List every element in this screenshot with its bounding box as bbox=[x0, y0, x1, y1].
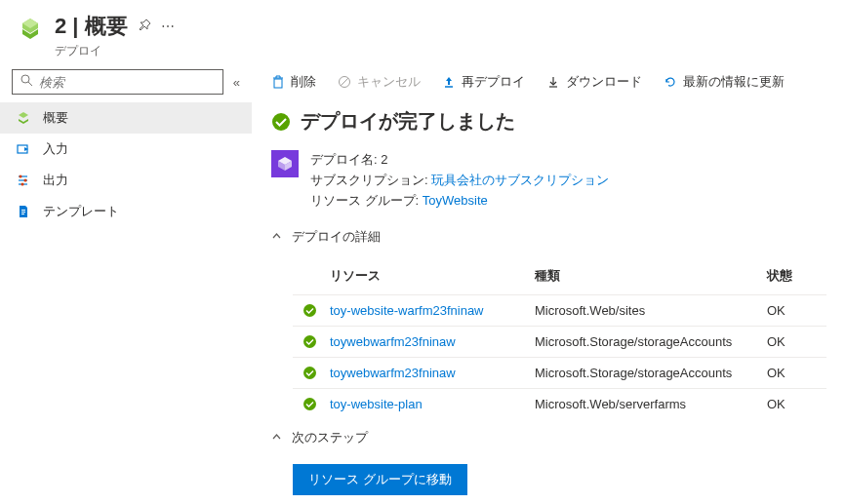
deploy-details-header[interactable]: デプロイの詳細 bbox=[271, 228, 826, 246]
svg-point-8 bbox=[21, 183, 24, 186]
outputs-icon bbox=[16, 173, 31, 188]
sidebar-item-label: 出力 bbox=[43, 172, 68, 189]
delete-button[interactable]: 削除 bbox=[271, 73, 316, 91]
table-row: toy-website-plan Microsoft.Web/serverfar… bbox=[293, 388, 826, 419]
svg-point-22 bbox=[272, 113, 290, 131]
col-header-type: 種類 bbox=[535, 267, 767, 285]
sidebar-item-label: テンプレート bbox=[43, 203, 119, 220]
status-title: デプロイが完了しました bbox=[301, 108, 515, 135]
svg-rect-10 bbox=[21, 212, 25, 213]
success-icon bbox=[302, 334, 317, 349]
more-icon[interactable]: ⋯ bbox=[161, 19, 175, 34]
resource-link[interactable]: toywebwarfm23fninaw bbox=[330, 334, 456, 349]
overview-icon bbox=[16, 110, 31, 126]
svg-point-6 bbox=[20, 175, 22, 178]
collapse-sidebar-icon[interactable]: « bbox=[229, 75, 244, 90]
upload-icon bbox=[442, 75, 456, 89]
table-row: toy-website-warfm23fninaw Microsoft.Web/… bbox=[293, 294, 826, 326]
trash-icon bbox=[271, 75, 285, 89]
svg-point-24 bbox=[303, 335, 316, 348]
col-header-resource: リソース bbox=[330, 267, 535, 285]
sidebar-item-template[interactable]: テンプレート bbox=[0, 196, 252, 227]
resource-link[interactable]: toy-website-warfm23fninaw bbox=[330, 303, 484, 318]
refresh-button[interactable]: 最新の情報に更新 bbox=[664, 73, 785, 91]
success-icon bbox=[302, 397, 317, 411]
pin-icon[interactable] bbox=[138, 19, 151, 35]
svg-rect-12 bbox=[274, 79, 282, 88]
svg-line-1 bbox=[28, 82, 32, 86]
svg-point-23 bbox=[303, 304, 316, 317]
page-title: 2 | 概要 bbox=[55, 12, 128, 41]
next-steps-header[interactable]: 次のステップ bbox=[271, 429, 826, 446]
template-icon bbox=[16, 204, 31, 219]
success-icon bbox=[302, 303, 317, 318]
svg-rect-11 bbox=[21, 213, 24, 214]
success-icon bbox=[302, 366, 317, 380]
cancel-icon bbox=[338, 75, 351, 89]
download-button[interactable]: ダウンロード bbox=[546, 73, 642, 91]
inputs-icon bbox=[16, 141, 31, 157]
sidebar-item-label: 概要 bbox=[43, 109, 68, 127]
search-box[interactable] bbox=[12, 69, 223, 95]
cancel-button: キャンセル bbox=[338, 73, 421, 91]
resource-link[interactable]: toywebwarfm23fninaw bbox=[330, 366, 456, 380]
subscription-link[interactable]: 玩具会社のサブスクリプション bbox=[431, 173, 609, 187]
svg-point-0 bbox=[21, 75, 29, 83]
subscription-row: サブスクリプション: 玩具会社のサブスクリプション bbox=[310, 171, 609, 191]
svg-line-18 bbox=[341, 78, 348, 86]
download-icon bbox=[546, 75, 560, 89]
chevron-down-icon bbox=[271, 231, 282, 244]
redeploy-button[interactable]: 再デプロイ bbox=[442, 73, 525, 91]
sidebar-item-overview[interactable]: 概要 bbox=[0, 102, 252, 134]
svg-point-26 bbox=[303, 398, 316, 410]
svg-point-7 bbox=[24, 179, 27, 182]
search-input[interactable] bbox=[39, 75, 215, 90]
svg-rect-9 bbox=[21, 210, 25, 211]
resource-group-row: リソース グループ: ToyWebsite bbox=[310, 191, 609, 212]
goto-resource-group-button[interactable]: リソース グループに移動 bbox=[293, 464, 467, 495]
sidebar-item-inputs[interactable]: 入力 bbox=[0, 134, 252, 165]
deploy-name-row: デプロイ名: 2 bbox=[310, 150, 609, 171]
table-row: toywebwarfm23fninaw Microsoft.Storage/st… bbox=[293, 326, 826, 357]
resource-link[interactable]: toy-website-plan bbox=[330, 397, 423, 411]
resources-table: リソース 種類 状態 toy-website-warfm23fninaw Mic… bbox=[293, 257, 826, 419]
svg-point-25 bbox=[303, 367, 316, 379]
resource-group-icon bbox=[16, 14, 45, 43]
sidebar-item-label: 入力 bbox=[43, 140, 68, 158]
search-icon bbox=[20, 74, 33, 90]
refresh-icon bbox=[664, 75, 677, 89]
success-icon bbox=[271, 112, 291, 132]
col-header-state: 状態 bbox=[767, 267, 816, 285]
table-row: toywebwarfm23fninaw Microsoft.Storage/st… bbox=[293, 357, 826, 388]
sidebar-item-outputs[interactable]: 出力 bbox=[0, 165, 252, 196]
page-subtitle: デプロイ bbox=[55, 43, 175, 59]
arm-template-icon bbox=[271, 150, 299, 177]
resource-group-link[interactable]: ToyWebsite bbox=[423, 193, 488, 208]
chevron-down-icon bbox=[271, 432, 282, 445]
